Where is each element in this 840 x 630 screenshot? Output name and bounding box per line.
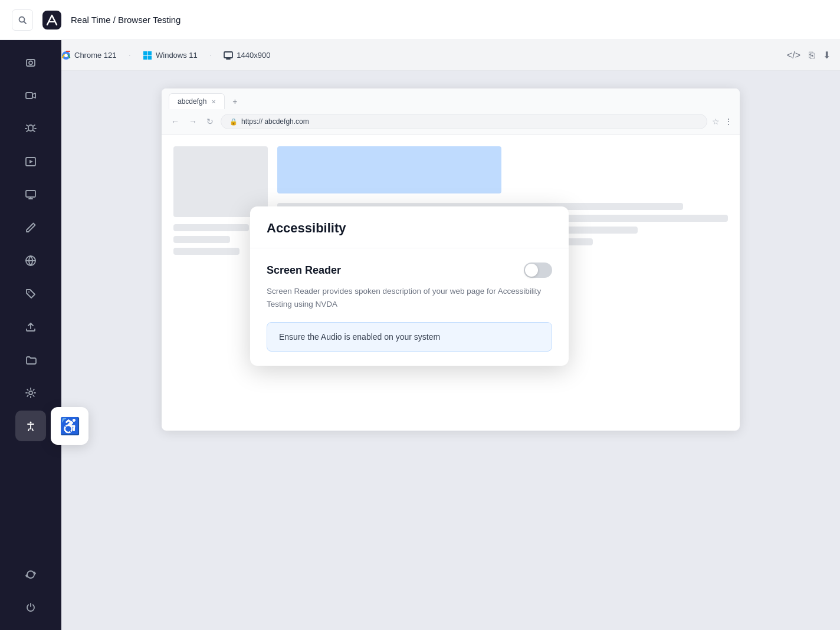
upload-icon <box>25 321 37 333</box>
page-hero-placeholder <box>277 146 501 193</box>
search-icon <box>18 15 27 25</box>
svg-rect-17 <box>143 56 147 60</box>
svg-rect-8 <box>26 191 35 197</box>
url-text: https:// abcdefgh.com <box>241 117 309 126</box>
placeholder-block <box>173 146 268 217</box>
resolution-icon <box>224 51 233 60</box>
globe-icon <box>25 255 37 267</box>
sidebar-item-play[interactable] <box>15 146 46 177</box>
settings-icon <box>25 387 37 399</box>
svg-point-12 <box>30 422 32 424</box>
content-area: Chrome 121 · Windows 11 · 1440x900 <box>61 40 840 630</box>
sidebar-item-settings[interactable] <box>15 378 46 408</box>
panel-body: Screen Reader Screen Reader provides spo… <box>250 248 569 366</box>
screen-reader-toggle[interactable] <box>524 262 552 278</box>
browser-window: abcdefgh ✕ + ← → ↻ 🔒 https:// abcdefgh.c… <box>162 88 740 431</box>
sidebar: ♿ <box>0 40 61 630</box>
svg-point-10 <box>28 291 29 293</box>
accessibility-icon <box>25 420 37 432</box>
sidebar-item-folder[interactable] <box>15 344 46 375</box>
download-icon[interactable]: ⬇ <box>823 50 831 61</box>
browser-tabs: abcdefgh ✕ + <box>169 93 733 109</box>
sidebar-item-edit[interactable] <box>15 212 46 243</box>
sidebar-item-upload[interactable] <box>15 311 46 342</box>
svg-marker-7 <box>29 160 33 163</box>
svg-rect-5 <box>26 93 32 99</box>
svg-line-1 <box>24 21 27 24</box>
forward-button[interactable]: → <box>186 114 199 129</box>
power-icon <box>25 602 37 613</box>
back-button[interactable]: ← <box>169 114 182 129</box>
toolbar-icons: </> ⎘ ⬇ <box>787 50 840 61</box>
tab-close-button[interactable]: ✕ <box>211 99 216 105</box>
browser-content: abcdefgh ✕ + ← → ↻ 🔒 https:// abcdefgh.c… <box>61 71 840 630</box>
search-button[interactable] <box>12 9 33 31</box>
copy-icon[interactable]: ⎘ <box>809 50 815 61</box>
svg-rect-18 <box>148 56 152 60</box>
bookmark-button[interactable]: ☆ <box>712 117 720 126</box>
bug-icon <box>25 123 37 134</box>
sync-icon <box>25 569 37 580</box>
main-layout: ♿ <box>0 40 840 630</box>
svg-rect-19 <box>224 52 232 58</box>
svg-rect-15 <box>143 51 147 55</box>
audio-notice-text: Ensure the Audio is enabled on your syst… <box>279 332 440 342</box>
browser-info-chrome: Chrome 121 <box>61 51 117 60</box>
lambdatest-logo-icon <box>42 11 61 29</box>
sidebar-item-globe[interactable] <box>15 245 46 276</box>
sidebar-item-device[interactable] <box>15 179 46 210</box>
lock-icon: 🔒 <box>229 118 238 126</box>
toggle-knob <box>525 264 538 277</box>
new-tab-button[interactable]: + <box>227 94 242 109</box>
screen-reader-description: Screen Reader provides spoken descriptio… <box>267 285 552 310</box>
page-title: Real Time / Browser Testing <box>71 15 181 25</box>
video-icon <box>25 90 37 101</box>
sidebar-item-tag[interactable] <box>15 278 46 309</box>
tag-icon <box>25 288 37 300</box>
sidebar-item-sync[interactable] <box>15 559 46 590</box>
os-label: Windows 11 <box>156 51 198 60</box>
sidebar-item-power[interactable] <box>15 592 46 623</box>
svg-rect-2 <box>42 11 61 29</box>
screen-reader-row: Screen Reader <box>267 262 552 278</box>
play-icon <box>25 156 37 168</box>
code-icon[interactable]: </> <box>787 50 800 61</box>
browser-info-os: Windows 11 <box>143 51 198 60</box>
audio-notice: Ensure the Audio is enabled on your syst… <box>267 322 552 352</box>
tab-label: abcdefgh <box>178 97 206 106</box>
refresh-button[interactable]: ↻ <box>204 114 216 129</box>
svg-rect-16 <box>148 51 152 55</box>
address-bar[interactable]: 🔒 https:// abcdefgh.com <box>221 114 707 129</box>
header: Real Time / Browser Testing <box>0 0 840 40</box>
placeholder-block <box>173 248 239 255</box>
screenshot-icon <box>25 57 37 68</box>
windows-icon <box>143 51 152 60</box>
folder-icon <box>25 354 37 366</box>
resolution-label: 1440x900 <box>237 51 270 60</box>
browser-chrome: abcdefgh ✕ + ← → ↻ 🔒 https:// abcdefgh.c… <box>162 88 740 134</box>
placeholder-block <box>173 236 230 243</box>
accessibility-float-panel: ♿ <box>51 407 88 445</box>
edit-icon <box>25 222 37 234</box>
more-options-button[interactable]: ⋮ <box>724 117 733 126</box>
placeholder-block <box>173 224 249 231</box>
svg-point-11 <box>29 391 32 395</box>
sidebar-item-accessibility-wrapper: ♿ <box>15 411 46 441</box>
svg-point-14 <box>64 54 68 57</box>
logo <box>41 9 63 31</box>
browser-info-resolution: 1440x900 <box>224 51 270 60</box>
accessibility-figure-icon: ♿ <box>60 416 80 436</box>
svg-point-4 <box>29 61 32 65</box>
screen-reader-label: Screen Reader <box>267 264 341 277</box>
sidebar-item-screenshot[interactable] <box>15 47 46 78</box>
chrome-label: Chrome 121 <box>74 51 117 60</box>
panel-title: Accessibility <box>267 221 552 236</box>
sidebar-item-bug[interactable] <box>15 113 46 144</box>
browser-tab-active[interactable]: abcdefgh ✕ <box>169 93 225 109</box>
panel-header: Accessibility <box>250 206 569 248</box>
sidebar-item-video[interactable] <box>15 80 46 111</box>
browser-toolbar: Chrome 121 · Windows 11 · 1440x900 <box>61 40 840 71</box>
accessibility-panel: Accessibility Screen Reader Screen Reade… <box>250 206 569 366</box>
browser-nav: ← → ↻ 🔒 https:// abcdefgh.com ☆ ⋮ <box>169 109 733 134</box>
sidebar-item-accessibility[interactable] <box>15 411 46 441</box>
